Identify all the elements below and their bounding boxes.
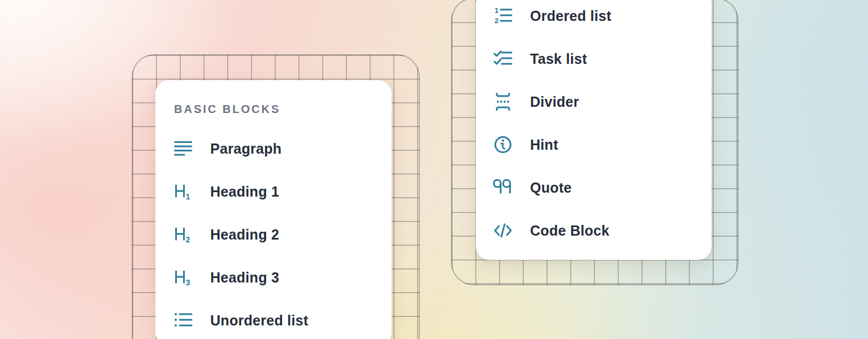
quote-icon (493, 177, 513, 198)
editor-block-picker-illustration: BASIC BLOCKS Paragraph 1 (0, 0, 868, 339)
menu-item-label: Heading 1 (210, 184, 279, 200)
blocks-menu-continued: 1 2 Ordered list Task list (476, 0, 711, 260)
menu-item-hint[interactable]: Hint (476, 123, 711, 166)
svg-text:3: 3 (186, 278, 190, 287)
hint-icon (493, 134, 513, 155)
heading-3-icon: 3 (173, 267, 193, 288)
menu-item-heading-3[interactable]: 3 Heading 3 (155, 256, 392, 299)
menu-item-divider[interactable]: Divider (476, 80, 711, 123)
menu-item-label: Unordered list (210, 312, 309, 329)
menu-item-paragraph[interactable]: Paragraph (155, 127, 392, 170)
menu-item-heading-2[interactable]: 2 Heading 2 (155, 213, 392, 256)
menu-item-label: Heading 2 (210, 227, 279, 243)
menu-item-label: Task list (530, 51, 587, 67)
menu-item-label: Paragraph (210, 141, 281, 157)
menu-item-label: Divider (530, 94, 579, 110)
menu-item-task-list[interactable]: Task list (476, 37, 711, 80)
svg-text:2: 2 (494, 16, 498, 25)
menu-item-label: Code Block (530, 223, 610, 239)
svg-text:1: 1 (186, 192, 190, 201)
menu-item-quote[interactable]: Quote (476, 166, 711, 209)
task-list-icon (493, 49, 513, 69)
section-label: BASIC BLOCKS (174, 101, 392, 118)
ordered-list-icon: 1 2 (493, 6, 513, 26)
menu-item-unordered-list[interactable]: Unordered list (155, 299, 392, 339)
menu-item-code-block[interactable]: Code Block (476, 209, 711, 252)
menu-item-ordered-list[interactable]: 1 2 Ordered list (476, 0, 711, 37)
menu-item-label: Quote (530, 180, 572, 196)
menu-item-label: Hint (530, 137, 558, 153)
basic-blocks-menu: BASIC BLOCKS Paragraph 1 (155, 80, 392, 339)
svg-text:2: 2 (186, 235, 190, 244)
code-block-icon (493, 220, 513, 241)
divider-icon (493, 92, 513, 112)
paragraph-icon (173, 138, 193, 159)
menu-item-heading-1[interactable]: 1 Heading 1 (155, 170, 392, 213)
menu-item-label: Heading 3 (210, 270, 279, 286)
unordered-list-icon (173, 310, 193, 331)
menu-item-label: Ordered list (530, 8, 611, 24)
svg-text:1: 1 (494, 6, 498, 15)
heading-1-icon: 1 (173, 181, 193, 202)
heading-2-icon: 2 (173, 224, 193, 245)
